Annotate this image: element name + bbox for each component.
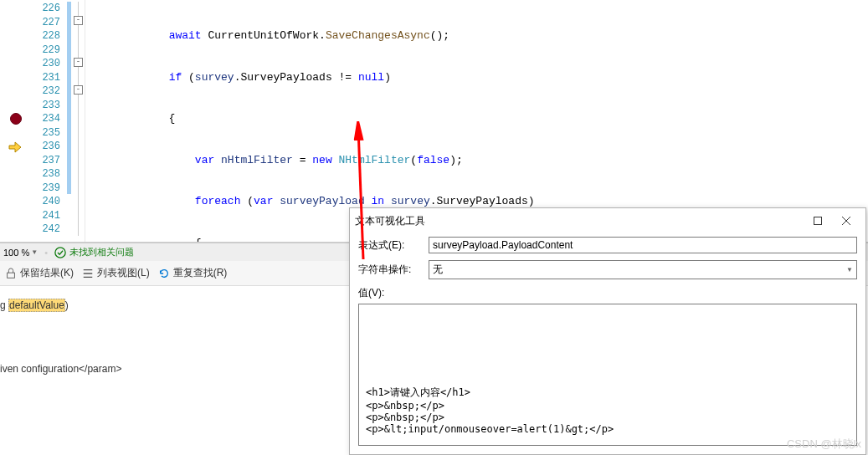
- string-op-label: 字符串操作:: [358, 263, 422, 277]
- keep-results-button[interactable]: 保留结果(K): [5, 266, 74, 280]
- maximize-button[interactable]: [804, 210, 832, 232]
- line-number-gutter: 2262272282292302312322332342352362372382…: [29, 0, 67, 242]
- collapse-icon[interactable]: -: [74, 58, 83, 67]
- match-highlight: defaultValue: [8, 299, 65, 312]
- close-button[interactable]: [832, 210, 860, 232]
- change-indicator: [67, 0, 74, 242]
- breakpoint-icon[interactable]: [10, 113, 22, 125]
- close-icon: [842, 217, 850, 225]
- text-visualizer-window[interactable]: 文本可视化工具 表达式(E): 字符串操作: 无▼ 值(V): <h1>请键入内…: [349, 207, 866, 455]
- maximize-icon: [814, 217, 822, 225]
- code-line: if (survey.SurveyPayloads != null): [85, 71, 868, 85]
- svg-rect-1: [8, 273, 15, 278]
- code-line: {: [85, 112, 868, 126]
- check-circle-icon: [54, 247, 66, 258]
- error-status[interactable]: 未找到相关问题: [54, 246, 134, 258]
- window-titlebar[interactable]: 文本可视化工具: [350, 208, 865, 233]
- expression-input[interactable]: [429, 237, 857, 253]
- collapse-icon[interactable]: -: [74, 85, 83, 95]
- code-text-area[interactable]: await CurrentUnitOfWork.SaveChangesAsync…: [85, 0, 868, 242]
- watermark: CSDN @林晓lx: [787, 437, 861, 452]
- code-line: await CurrentUnitOfWork.SaveChangesAsync…: [85, 29, 868, 43]
- repeat-find-button[interactable]: 重复查找(R): [158, 266, 228, 280]
- svg-rect-2: [814, 217, 822, 225]
- value-textarea[interactable]: <h1>请键入内容</h1> <p>&nbsp;</p> <p>&nbsp;</…: [358, 304, 857, 446]
- value-label: 值(V):: [350, 283, 865, 302]
- code-line: var nHtmlFilter = new NHtmlFilter(false)…: [85, 154, 868, 168]
- string-op-select[interactable]: 无▼: [429, 260, 857, 279]
- lock-icon: [5, 268, 17, 279]
- code-editor[interactable]: 2262272282292302312322332342352362372382…: [0, 0, 868, 243]
- chevron-down-icon: ▼: [846, 266, 853, 274]
- chevron-down-icon[interactable]: ▼: [31, 248, 38, 256]
- collapse-icon[interactable]: -: [74, 16, 83, 25]
- expression-label: 表达式(E):: [358, 238, 422, 253]
- list-view-button[interactable]: 列表视图(L): [82, 266, 150, 280]
- refresh-icon: [158, 268, 170, 279]
- glyph-margin[interactable]: [0, 0, 29, 242]
- outlining-margin[interactable]: - - -: [74, 0, 85, 242]
- list-icon: [82, 268, 94, 279]
- svg-point-0: [55, 247, 65, 257]
- zoom-control[interactable]: 100 % ▼: [3, 248, 38, 258]
- window-title: 文本可视化工具: [355, 214, 804, 228]
- current-statement-icon: [8, 141, 22, 154]
